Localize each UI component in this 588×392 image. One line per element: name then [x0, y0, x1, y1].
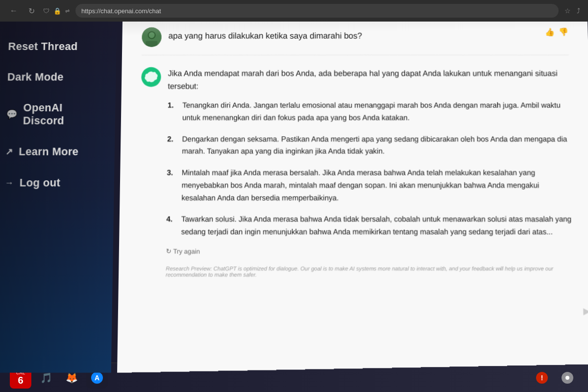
- lock-icon: 🔒: [53, 7, 61, 15]
- sidebar-item-reset-thread[interactable]: Reset Thread: [0, 31, 116, 62]
- chat-bottom-actions: ↻ Try again: [166, 247, 574, 255]
- list-text-3: Mintalah maaf jika Anda merasa bersalah.…: [181, 167, 572, 204]
- ai-message: Jika Anda mendapat marah dari bos Anda, …: [139, 67, 574, 278]
- svg-text:!: !: [541, 374, 543, 382]
- try-again-button[interactable]: ↻ Try again: [166, 247, 200, 255]
- list-num-2: 2.: [167, 133, 177, 158]
- sidebar-item-learn-more[interactable]: ↗ Learn More: [0, 136, 115, 167]
- taskbar-notification[interactable]: !: [531, 367, 553, 389]
- user-message: apa yang harus dilakukan ketika saya dim…: [142, 27, 569, 55]
- back-button[interactable]: ←: [8, 5, 20, 17]
- ai-avatar: [141, 67, 161, 87]
- user-question-text: apa yang harus dilakukan ketika saya dim…: [168, 27, 362, 41]
- discord-icon: 💬: [6, 109, 18, 120]
- shield-icon: 🛡: [43, 7, 49, 15]
- list-num-4: 4.: [166, 213, 176, 238]
- list-text-1: Tenangkan diri Anda. Jangan terlalu emos…: [182, 99, 571, 124]
- chat-inner: apa yang harus dilakukan ketika saya dim…: [117, 22, 588, 368]
- sidebar-item-dark-mode[interactable]: Dark Mode: [0, 62, 116, 93]
- chat-area: apa yang harus dilakukan ketika saya dim…: [117, 22, 588, 373]
- dark-mode-label: Dark Mode: [7, 71, 64, 83]
- url-text: https://chat.openai.com/chat: [81, 7, 161, 15]
- route-icon: ⇌: [65, 8, 70, 14]
- svg-point-9: [565, 376, 569, 380]
- ai-response-list: 1. Tenangkan diri Anda. Jangan terlalu e…: [166, 99, 573, 239]
- footer-disclaimer: Research Preview: ChatGPT is optimized f…: [166, 266, 574, 278]
- learn-more-label: Learn More: [19, 145, 78, 158]
- ai-intro-text: Jika Anda mendapat marah dari bos Anda, …: [168, 67, 570, 93]
- taskbar-date-number: 6: [18, 375, 23, 385]
- user-avatar: [142, 27, 162, 47]
- svg-text:A: A: [95, 374, 99, 382]
- ai-list-item-3: 3. Mintalah maaf jika Anda merasa bersal…: [167, 167, 573, 204]
- address-bar[interactable]: https://chat.openai.com/chat: [75, 4, 559, 18]
- main-perspective-wrapper: Reset Thread Dark Mode 💬 OpenAI Discord …: [0, 22, 588, 373]
- sidebar-item-openai-discord[interactable]: 💬 OpenAI Discord: [0, 93, 115, 136]
- refresh-button[interactable]: ↻: [25, 5, 37, 17]
- ai-content: Jika Anda mendapat marah dari bos Anda, …: [166, 67, 574, 278]
- list-text-4: Tawarkan solusi. Jika Anda merasa bahwa …: [181, 213, 574, 238]
- browser-right-icons: ☆ ⤴: [564, 7, 580, 15]
- sidebar: Reset Thread Dark Mode 💬 OpenAI Discord …: [0, 22, 117, 373]
- ai-list-item-1: 1. Tenangkan diri Anda. Jangan terlalu e…: [168, 99, 571, 124]
- sidebar-item-log-out[interactable]: → Log out: [0, 167, 114, 198]
- reset-thread-label: Reset Thread: [8, 40, 77, 53]
- log-out-label: Log out: [20, 176, 61, 190]
- share-icon[interactable]: ⤴: [577, 7, 580, 15]
- external-link-icon: ↗: [5, 146, 13, 157]
- browser-chrome: ← ↻ 🛡 🔒 ⇌ https://chat.openai.com/chat ☆…: [0, 0, 588, 22]
- list-num-1: 1.: [168, 99, 178, 124]
- logout-icon: →: [4, 177, 14, 188]
- thumbs-up-icon[interactable]: 👍: [545, 27, 555, 37]
- message-actions: 👍 👎: [545, 27, 568, 37]
- list-text-2: Dengarkan dengan seksama. Pastikan Anda …: [182, 133, 571, 158]
- openai-discord-label: OpenAI Discord: [23, 101, 102, 127]
- thumbs-down-icon[interactable]: 👎: [559, 27, 568, 37]
- list-num-3: 3.: [167, 167, 177, 204]
- ai-list-item-2: 2. Dengarkan dengan seksama. Pastikan An…: [167, 133, 571, 158]
- svg-rect-3: [146, 41, 157, 47]
- star-icon[interactable]: ☆: [564, 7, 571, 15]
- ai-list-item-4: 4. Tawarkan solusi. Jika Anda merasa bah…: [166, 213, 573, 238]
- security-icons: 🛡 🔒 ⇌: [43, 7, 70, 15]
- scroll-indicator: ▶: [583, 305, 588, 317]
